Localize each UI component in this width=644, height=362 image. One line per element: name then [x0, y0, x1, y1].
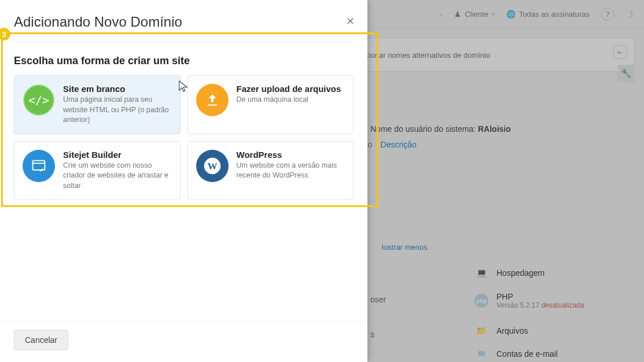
wordpress-icon: W [196, 150, 229, 182]
add-domain-modal: Adicionando Novo Domínio ✕ Escolha uma f… [0, 0, 367, 362]
card-blank-site[interactable]: </> Site em branco Uma página inicial pa… [14, 75, 181, 134]
card-blank-title: Site em branco [63, 84, 172, 94]
section-heading: Escolha uma forma de criar um site [14, 55, 354, 67]
sitejet-icon [23, 150, 55, 182]
card-sitejet[interactable]: Sitejet Builder Crie um website com noss… [14, 141, 181, 200]
card-blank-desc: Uma página inicial para seu website HTML… [63, 95, 172, 125]
svg-text:W: W [207, 160, 217, 171]
card-sitejet-desc: Crie um website com nosso criador de web… [63, 161, 172, 191]
divider [14, 42, 354, 42]
modal-footer: Cancelar [0, 321, 367, 362]
modal-title: Adicionando Novo Domínio [14, 14, 354, 30]
card-upload-files[interactable]: Fazer upload de arquivos De uma máquina … [187, 75, 354, 134]
cancel-button[interactable]: Cancelar [14, 330, 68, 350]
card-wordpress-desc: Um website com a versão mais recente do … [237, 161, 345, 181]
card-wordpress-title: WordPress [237, 150, 345, 160]
svg-text:</>: </> [28, 93, 49, 107]
upload-icon [196, 84, 229, 116]
svg-rect-3 [33, 160, 45, 169]
close-icon[interactable]: ✕ [346, 15, 355, 28]
card-upload-title: Fazer upload de arquivos [237, 84, 341, 94]
blank-site-icon: </> [23, 84, 55, 116]
card-sitejet-title: Sitejet Builder [63, 150, 172, 160]
card-upload-desc: De uma máquina local [237, 95, 341, 105]
card-wordpress[interactable]: W WordPress Um website com a versão mais… [187, 141, 354, 200]
option-grid: </> Site em branco Uma página inicial pa… [14, 75, 354, 200]
